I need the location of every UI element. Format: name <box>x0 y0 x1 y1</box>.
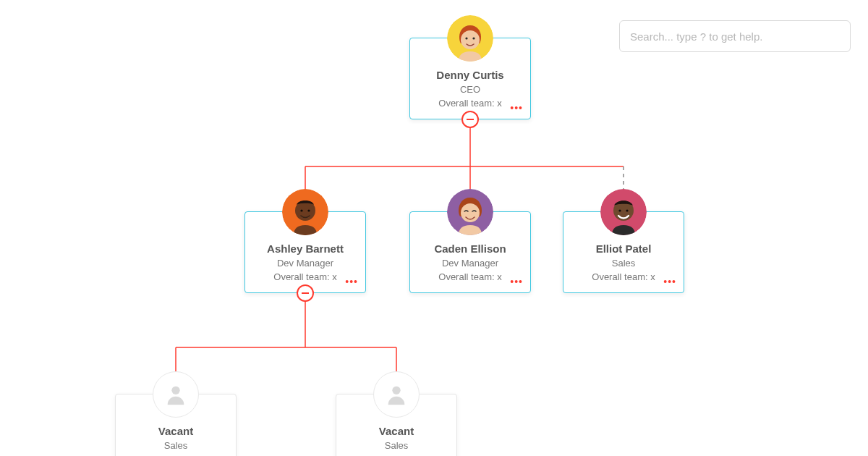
search-input[interactable] <box>619 20 851 52</box>
person-icon <box>163 382 188 407</box>
more-icon[interactable]: ••• <box>663 276 676 287</box>
avatar <box>600 189 647 235</box>
org-node-vacant-2[interactable]: Vacant Sales <box>336 394 457 456</box>
org-node-ashley[interactable]: Ashley Barnett Dev Manager Overall team:… <box>244 211 366 293</box>
org-node-ceo[interactable]: Denny Curtis CEO Overall team: x ••• <box>409 38 531 119</box>
svg-point-2 <box>465 37 467 39</box>
node-team: Overall team: x <box>416 98 524 109</box>
node-role: Sales <box>122 440 230 451</box>
svg-point-14 <box>171 387 179 394</box>
collapse-toggle[interactable] <box>297 284 314 302</box>
node-name: Ashley Barnett <box>251 242 359 255</box>
svg-point-6 <box>300 209 302 211</box>
more-icon[interactable]: ••• <box>510 276 523 287</box>
node-name: Caden Ellison <box>416 242 524 255</box>
node-name: Denny Curtis <box>416 69 524 81</box>
person-icon <box>384 382 409 407</box>
node-team: Overall team: x <box>251 271 359 282</box>
avatar <box>447 189 493 235</box>
org-node-caden[interactable]: Caden Ellison Dev Manager Overall team: … <box>409 211 531 293</box>
svg-point-7 <box>307 209 310 211</box>
avatar <box>282 189 328 235</box>
node-role: Dev Manager <box>251 258 359 269</box>
svg-point-15 <box>392 387 400 394</box>
svg-point-12 <box>618 209 621 211</box>
node-role: CEO <box>416 84 524 95</box>
collapse-toggle[interactable] <box>461 111 479 128</box>
svg-point-3 <box>472 37 475 39</box>
node-role: Dev Manager <box>416 258 524 269</box>
avatar <box>447 15 493 62</box>
avatar-placeholder <box>373 371 420 418</box>
avatar-placeholder <box>153 371 199 418</box>
node-name: Vacant <box>342 425 451 437</box>
org-node-vacant-1[interactable]: Vacant Sales <box>115 394 237 456</box>
svg-point-13 <box>626 209 628 211</box>
more-icon[interactable]: ••• <box>510 103 523 113</box>
node-role: Sales <box>569 258 678 269</box>
more-icon[interactable]: ••• <box>345 276 358 287</box>
node-team: Overall team: x <box>416 271 524 282</box>
node-team: Overall team: x <box>569 271 678 282</box>
node-role: Sales <box>342 440 451 451</box>
node-name: Vacant <box>122 425 230 437</box>
node-name: Elliot Patel <box>569 242 678 255</box>
org-node-elliot[interactable]: Elliot Patel Sales Overall team: x ••• <box>563 211 684 293</box>
svg-point-1 <box>461 30 480 49</box>
